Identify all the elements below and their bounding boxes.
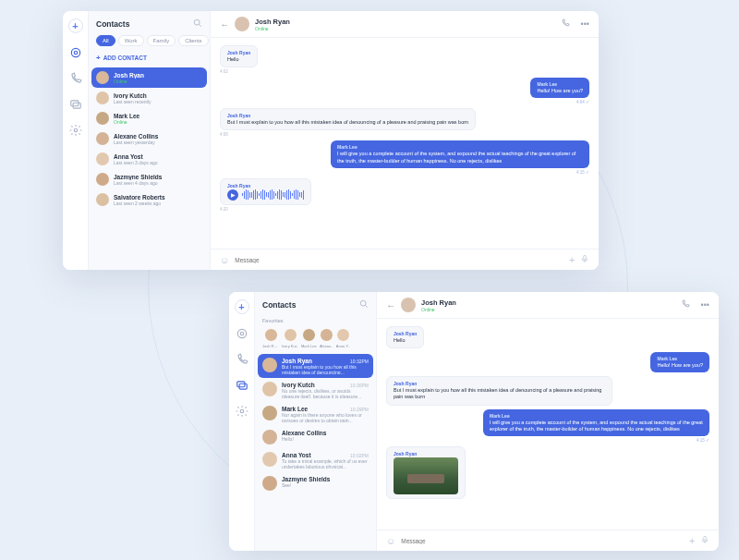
avatar xyxy=(336,328,350,342)
filter-tab[interactable]: All xyxy=(96,35,115,46)
dashboard-icon[interactable] xyxy=(236,327,248,340)
contact-item[interactable]: Josh RyanOnline xyxy=(91,67,207,88)
contact-item[interactable]: Alexane CollinsLast seen yesterday xyxy=(89,128,210,149)
attach-icon[interactable]: + xyxy=(689,536,695,546)
contact-item[interactable]: Ivory KutchLast seen recently xyxy=(89,88,210,108)
message-time: 4:20 xyxy=(220,207,311,212)
avatar xyxy=(262,406,277,420)
message-input[interactable] xyxy=(235,257,563,263)
avatar xyxy=(96,193,109,206)
avatar xyxy=(320,328,333,342)
message-body: But I must explain to you how all this m… xyxy=(227,119,468,126)
contact-item[interactable]: Jazmyne ShieldsLast seen 4 days ago xyxy=(89,169,210,189)
favorite-contact[interactable]: Anna Y.. xyxy=(336,328,350,348)
contact-item[interactable]: Anna Yost10:02PMTo take a trivial exampl… xyxy=(255,448,376,472)
message-time: 4:15 ✓ xyxy=(483,438,709,443)
svg-point-8 xyxy=(240,332,244,335)
chat-icon[interactable] xyxy=(69,98,82,111)
contact-item[interactable]: Alexane CollinsHello! xyxy=(255,426,376,448)
emoji-icon[interactable]: ☺ xyxy=(386,536,395,546)
contact-status: Last seen yesterday xyxy=(114,140,202,145)
new-icon[interactable]: + xyxy=(235,299,249,314)
message-list: Josh RyanHello4:02Mark LeeHello! How are… xyxy=(211,38,599,249)
chat-contact-status: Online xyxy=(255,26,550,31)
contact-name: Ivory Kutch xyxy=(282,382,315,388)
dashboard-icon[interactable] xyxy=(69,46,82,59)
message-body: Hello xyxy=(227,56,250,63)
favorite-contact[interactable]: Ivory Kut.. xyxy=(282,328,298,348)
message-time: 4:08 xyxy=(220,132,476,137)
message-sender: Josh Ryan xyxy=(227,50,250,55)
chat-contact-status: Online xyxy=(421,307,670,312)
mic-icon[interactable] xyxy=(580,254,589,265)
contact-name: Anna Yost xyxy=(114,153,202,160)
filter-tab[interactable]: Work xyxy=(118,35,144,46)
call-icon[interactable] xyxy=(681,299,690,310)
contacts-panel: Contacts AllWorkFamilyClients + ADD CONT… xyxy=(89,11,211,270)
attach-icon[interactable]: + xyxy=(569,255,575,265)
search-icon[interactable] xyxy=(359,299,369,310)
call-icon[interactable] xyxy=(561,18,570,30)
more-icon[interactable]: ••• xyxy=(581,19,589,29)
avatar[interactable] xyxy=(401,298,416,312)
chat-panel: ← Josh Ryan Online ••• Josh RyanHelloMar… xyxy=(377,292,719,551)
message-input[interactable] xyxy=(401,538,684,544)
play-icon[interactable]: ▶ xyxy=(227,189,238,201)
emoji-icon[interactable]: ☺ xyxy=(220,255,229,265)
settings-icon[interactable] xyxy=(69,124,82,137)
filter-tab[interactable]: Clients xyxy=(178,35,208,46)
message: Josh Ryan xyxy=(386,446,466,499)
favorite-label: Anna Y.. xyxy=(336,344,350,348)
chat-header: ← Josh Ryan Online ••• xyxy=(211,11,599,38)
new-icon[interactable]: + xyxy=(68,18,83,33)
contact-status: Online xyxy=(114,79,202,84)
contact-name: Salvatore Roberts xyxy=(114,194,202,201)
contact-item[interactable]: Mark LeeOnline xyxy=(89,108,210,128)
svg-point-4 xyxy=(74,128,78,132)
back-icon[interactable]: ← xyxy=(386,300,395,310)
message: Josh RyanBut I must explain to you how a… xyxy=(386,376,612,405)
avatar[interactable] xyxy=(235,17,249,31)
message-sender: Josh Ryan xyxy=(227,183,304,189)
favorite-contact[interactable]: Alexan.. xyxy=(320,328,333,348)
message-time: 4:15 ✓ xyxy=(331,170,589,175)
chat-contact-name: Josh Ryan xyxy=(255,18,550,26)
contact-name: Josh Ryan xyxy=(282,358,312,364)
back-icon[interactable]: ← xyxy=(220,19,229,30)
avatar xyxy=(262,358,277,372)
phone-icon[interactable] xyxy=(69,72,82,85)
message-time: 4:04 ✓ xyxy=(530,100,589,104)
contact-item[interactable]: Josh Ryan10:32PMBut I must explain to yo… xyxy=(258,354,373,378)
contact-item[interactable]: Salvatore RobertsLast seen 2 weeks ago xyxy=(89,189,210,210)
search-icon[interactable] xyxy=(193,18,202,30)
chat-window-2: + Contacts Favorites Josh RyanIvory Kut.… xyxy=(229,292,719,551)
favorite-contact[interactable]: Mark Lee xyxy=(301,328,317,348)
contact-item[interactable]: Mark Lee10:29PMNor again is there anyone… xyxy=(255,402,376,426)
add-contact-button[interactable]: + ADD CONTACT xyxy=(89,52,210,67)
svg-point-1 xyxy=(74,51,78,55)
contact-item[interactable]: Ivory Kutch10:30PMNo one rejects, dislik… xyxy=(255,378,376,402)
chat-contact-name: Josh Ryan xyxy=(421,298,670,307)
chat-icon[interactable] xyxy=(236,379,248,392)
contact-preview: But I must explain to you how all this m… xyxy=(282,364,369,374)
contact-preview: See! xyxy=(282,482,369,488)
contact-item[interactable]: Jazmyne ShieldsSee! xyxy=(255,472,376,494)
message-sender: Mark Lee xyxy=(490,413,703,419)
svg-point-5 xyxy=(194,19,200,25)
contacts-panel: Contacts Favorites Josh RyanIvory Kut..M… xyxy=(255,292,377,551)
mic-icon[interactable] xyxy=(700,535,709,546)
voice-message[interactable]: ▶ xyxy=(227,189,304,201)
more-icon[interactable]: ••• xyxy=(701,300,709,310)
image-attachment[interactable] xyxy=(394,457,458,494)
message-sender: Mark Lee xyxy=(657,356,703,361)
add-contact-label: ADD CONTACT xyxy=(103,55,147,61)
contact-item[interactable]: Anna YostLast seen 3 days ago xyxy=(89,149,210,169)
message: Josh RyanHello xyxy=(386,326,424,348)
phone-icon[interactable] xyxy=(236,353,248,366)
favorite-contact[interactable]: Josh Ryan xyxy=(262,328,279,348)
message-body: Hello! How are you? xyxy=(657,362,703,369)
favorite-label: Alexan.. xyxy=(320,344,333,348)
avatar xyxy=(96,71,109,84)
settings-icon[interactable] xyxy=(236,405,248,418)
filter-tab[interactable]: Family xyxy=(147,35,176,46)
